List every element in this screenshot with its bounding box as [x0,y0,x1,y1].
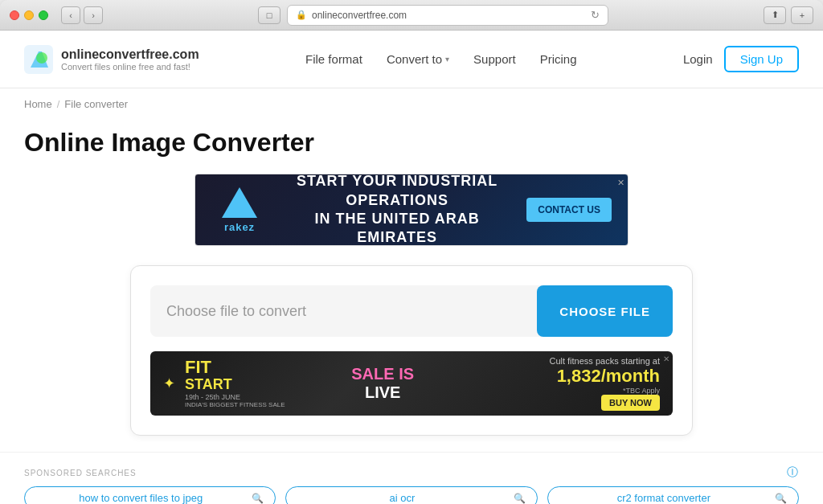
pill-text-3: cr2 format converter [559,492,768,504]
logo-area: onlineconvertfree.com Convert files onli… [24,45,199,74]
sponsored-section: SPONSORED SEARCHES ⓘ how to convert file… [0,452,823,504]
ad-rakez[interactable]: rakez START YOUR INDUSTRIAL OPERATIONS I… [194,174,629,246]
ad-rakez-logo: rakez [211,187,268,233]
nav-buttons: ‹ › [61,6,103,24]
logo-icon [24,45,53,74]
nav-file-format[interactable]: File format [305,52,362,66]
ad-fitness-right: Cult fitness packs starting at 1,832/mon… [481,356,660,411]
breadcrumb-home[interactable]: Home [24,98,52,110]
url-text: onlineconvertfree.com [312,10,407,21]
main-nav: File format Convert to ▾ Support Pricing [305,52,576,66]
nav-pricing[interactable]: Pricing [540,52,577,66]
choose-file-button[interactable]: CHOOSE FILE [537,285,673,337]
signup-button[interactable]: Sign Up [724,46,799,72]
breadcrumb-separator: / [57,98,60,110]
search-pill-1[interactable]: how to convert files to jpeg 🔍 [24,486,276,504]
ad-banner-top: rakez START YOUR INDUSTRIAL OPERATIONS I… [24,174,799,246]
info-icon[interactable]: ⓘ [787,465,799,480]
breadcrumb-current: File converter [64,98,128,110]
logo-text: onlineconvertfree.com Convert files onli… [61,47,199,72]
logo-name: onlineconvertfree.com [61,47,199,62]
fit-text-block: FIT START 19th - 25th JUNE INDIA'S BIGGE… [185,359,285,408]
toolbar-right: ⬆ + [764,6,813,24]
close-button[interactable] [10,10,19,20]
login-button[interactable]: Login [683,52,713,66]
sponsored-label: SPONSORED SEARCHES ⓘ [24,465,799,480]
chevron-down-icon: ▾ [445,55,449,64]
ad-rakez-text: START YOUR INDUSTRIAL OPERATIONS IN THE … [280,174,514,246]
ad-fitness[interactable]: ✦ FIT START 19th - 25th JUNE INDIA'S BIG… [150,351,673,416]
rakez-triangle-icon [222,187,257,218]
search-icon-1: 🔍 [252,493,264,504]
pill-text-2: ai ocr [297,492,506,504]
nav-support[interactable]: Support [473,52,516,66]
title-bar: ‹ › □ 🔒 onlineconvertfree.com ↻ ⬆ + [0,0,823,31]
site-header: onlineconvertfree.com Convert files onli… [0,31,823,88]
fitness-ad-close-icon[interactable]: ✕ [663,354,669,363]
fit-dates: 19th - 25th JUNE [185,393,285,401]
start-word: START [185,376,285,393]
address-bar[interactable]: 🔒 onlineconvertfree.com ↻ [287,5,608,26]
fit-india-text: INDIA'S BIGGEST FITNESS SALE [185,401,285,408]
price-text: 1,832/month [481,366,660,387]
fit-icon: ✦ [163,375,175,392]
tab-manager-button[interactable]: □ [258,6,280,24]
converter-card: Choose file to convert CHOOSE FILE ✦ FIT… [130,265,693,436]
back-button[interactable]: ‹ [61,6,80,24]
ad-contact-button[interactable]: CONTACT US [526,198,612,222]
tbc-text: *TBC Apply [481,387,660,395]
search-icon-3: 🔍 [775,493,787,504]
main-section: Online Image Converter rakez START YOUR … [0,120,823,452]
breadcrumb: Home / File converter [0,88,823,120]
pill-text-1: how to convert files to jpeg [36,492,245,504]
tab-bar: □ 🔒 onlineconvertfree.com ↻ [109,5,757,26]
svg-point-2 [36,52,47,64]
choose-label: Choose file to convert [166,303,524,320]
file-choose-row: Choose file to convert CHOOSE FILE [150,285,673,337]
search-pill-2[interactable]: ai ocr 🔍 [285,486,537,504]
sale-is-live: SALE IS LIVE [293,365,473,402]
live-text: LIVE [293,383,473,402]
ad-close-icon[interactable]: ✕ [617,178,624,188]
search-icon-2: 🔍 [514,493,526,504]
search-pill-3[interactable]: cr2 format converter 🔍 [547,486,799,504]
maximize-button[interactable] [39,10,48,20]
rakez-brand: rakez [224,221,255,233]
buy-now-button[interactable]: BUY NOW [601,395,660,411]
minimize-button[interactable] [24,10,34,20]
auth-buttons: Login Sign Up [683,46,799,72]
sale-text: SALE IS [293,365,473,383]
share-button[interactable]: ⬆ [764,6,786,24]
ad-main-text-1: START YOUR INDUSTRIAL OPERATIONS [280,174,514,210]
page-title: Online Image Converter [24,128,799,158]
logo-tagline: Convert files online free and fast! [61,62,199,72]
ad-main-text-2: IN THE UNITED ARAB EMIRATES [280,210,514,246]
reload-icon: ↻ [591,9,600,21]
page-content: onlineconvertfree.com Convert files onli… [0,31,823,504]
ad-fitness-left: ✦ FIT START 19th - 25th JUNE INDIA'S BIG… [163,359,285,408]
forward-button[interactable]: › [84,6,103,24]
new-tab-button[interactable]: + [791,6,813,24]
fit-start-text: FIT [185,359,285,376]
lock-icon: 🔒 [296,10,307,20]
search-pills-row-1: how to convert files to jpeg 🔍 ai ocr 🔍 … [24,486,799,504]
nav-convert-to[interactable]: Convert to ▾ [387,52,449,66]
cult-text: Cult fitness packs starting at [481,356,660,366]
traffic-lights [10,10,48,20]
